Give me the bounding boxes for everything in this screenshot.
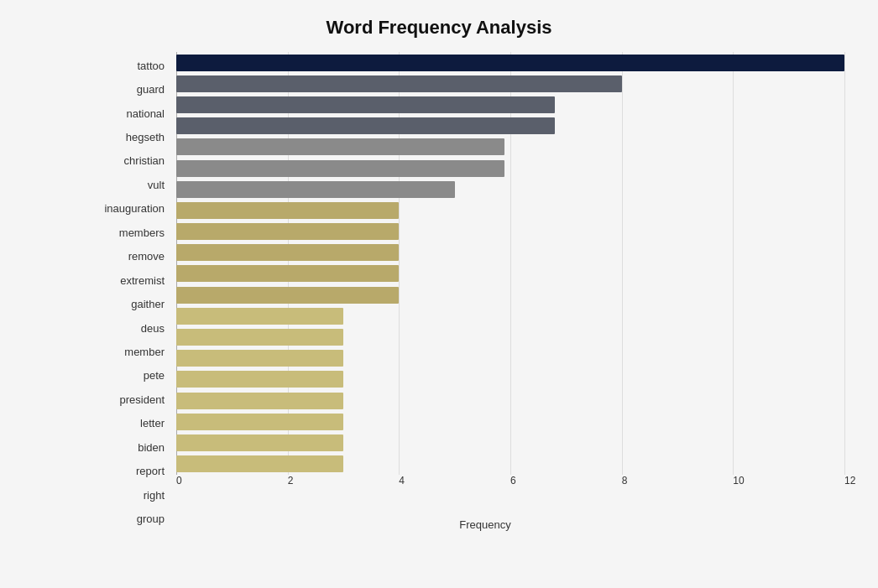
bar-remove [176,223,399,240]
y-label-gaither: gaither [84,294,170,315]
y-label-letter: letter [84,414,170,434]
bar-tattoo [176,55,844,71]
bar-row-remove [176,221,844,242]
bar-gaither [176,265,399,282]
bar-member [176,308,343,325]
y-label-president: president [84,389,170,409]
bar-guard [176,75,622,92]
x-axis-label: Frequency [126,518,844,531]
bar-members [176,202,399,219]
bar-row-deus [176,285,844,305]
bar-row-pete [176,327,844,347]
bar-national [176,96,555,113]
bar-president [176,350,343,367]
y-label-remove: remove [84,247,170,267]
y-label-inauguration: inauguration [84,199,170,219]
y-label-deus: deus [84,318,170,338]
bar-right [176,434,343,451]
bar-row-gaither [176,263,844,284]
bar-row-inauguration [176,180,844,200]
bar-row-member [176,306,844,326]
y-label-biden: biden [84,437,170,457]
bar-row-guard [176,74,844,94]
y-label-tattoo: tattoo [84,55,170,75]
bar-report [176,414,343,430]
bar-row-national [176,95,844,115]
bars-container [176,52,844,475]
bar-row-report [176,412,844,432]
bar-biden [176,393,343,409]
y-label-right: right [84,485,170,505]
y-label-members: members [84,222,170,242]
bar-row-tattoo [176,53,844,73]
bar-christian [176,138,504,155]
bar-row-members [176,200,844,221]
x-axis-container: 024681012 [176,475,844,500]
chart-title: Word Frequency Analysis [34,17,844,39]
bar-row-extremist [176,242,844,263]
plot-area: 024681012 Frequency [176,52,844,531]
y-label-guard: guard [84,80,170,100]
bar-row-group [176,454,844,474]
y-label-national: national [84,103,170,123]
grid-line-12 [844,52,845,475]
bar-deus [176,287,399,304]
bar-row-vult [176,159,844,179]
bar-row-biden [176,391,844,411]
bar-inauguration [176,181,455,198]
y-label-extremist: extremist [84,270,170,290]
bar-row-president [176,348,844,368]
y-label-pete: pete [84,366,170,386]
y-label-member: member [84,341,170,362]
bar-row-hegseth [176,116,844,136]
bar-group [176,455,343,472]
bar-extremist [176,244,399,261]
bar-letter [176,371,343,388]
y-label-christian: christian [84,151,170,171]
y-label-report: report [84,461,170,481]
bar-hegseth [176,117,555,134]
chart-container: Word Frequency Analysis tattooguardnatio… [0,0,878,588]
bar-row-christian [176,137,844,157]
y-label-hegseth: hegseth [84,127,170,148]
bar-pete [176,329,343,346]
y-axis: tattooguardnationalhegsethchristianvulti… [84,54,176,531]
bar-row-right [176,433,844,453]
bar-vult [176,160,504,177]
bar-row-letter [176,369,844,389]
y-label-vult: vult [84,174,170,195]
